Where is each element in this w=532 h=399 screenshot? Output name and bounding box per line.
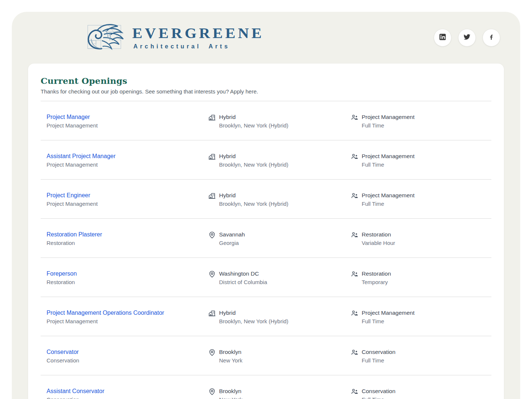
employment-type: Variable Hour: [362, 240, 395, 246]
acanthus-leaf-logo-icon: [85, 22, 126, 53]
job-team-text: Project Management Full Time: [362, 192, 415, 207]
employment-type: Full Time: [362, 161, 415, 168]
job-department-label: Restoration: [47, 279, 208, 285]
location-secondary: New York: [219, 357, 242, 364]
job-title-link[interactable]: Assistant Project Manager: [47, 153, 116, 160]
linkedin-button[interactable]: [434, 29, 451, 47]
twitter-icon: [464, 34, 470, 42]
logo-text: EVERGREENE Architectural Arts: [132, 25, 264, 50]
job-location-text: Savannah Georgia: [219, 231, 245, 246]
team-primary: Project Management: [362, 192, 415, 199]
job-title-cell: Assistant Project Manager Project Manage…: [47, 153, 208, 168]
job-location-cell: Hybrid Brooklyn, New York (Hybrid): [208, 153, 351, 168]
hybrid-icon: [208, 310, 216, 318]
job-title-link[interactable]: Project Manager: [47, 114, 90, 120]
job-team-text: Conservation Full Time: [362, 388, 395, 399]
logo-tagline: Architectural Arts: [133, 43, 264, 50]
location-primary: Savannah: [219, 231, 245, 238]
location-primary: Hybrid: [219, 153, 289, 160]
page-background: EVERGREENE Architectural Arts: [12, 12, 520, 399]
job-row: Restoration Plasterer Restoration: [41, 219, 491, 258]
location-primary: Brooklyn: [219, 388, 242, 395]
job-title-cell: Foreperson Restoration: [47, 270, 208, 285]
job-team-text: Project Management Full Time: [362, 114, 415, 129]
job-team-cell: Project Management Full Time: [351, 153, 485, 168]
page-intro: Thanks for checking out our job openings…: [41, 88, 491, 95]
job-team-cell: Restoration Variable Hour: [351, 231, 485, 246]
job-row: Project Engineer Project Management: [41, 180, 491, 219]
job-title-link[interactable]: Conservator: [47, 349, 79, 355]
job-location-cell: Washington DC District of Columbia: [208, 270, 351, 285]
users-icon: [351, 231, 358, 240]
job-location-text: Hybrid Brooklyn, New York (Hybrid): [219, 114, 289, 129]
job-title-cell: Project Manager Project Management: [47, 114, 208, 129]
employment-type: Full Time: [362, 201, 415, 207]
job-team-text: Conservation Full Time: [362, 349, 395, 364]
job-list: Project Manager Project Management: [41, 101, 491, 399]
job-title-link[interactable]: Foreperson: [47, 270, 77, 277]
job-location-text: Brooklyn New York: [219, 388, 242, 399]
job-row: Foreperson Restoration: [41, 258, 491, 297]
job-location-text: Brooklyn New York: [219, 349, 242, 364]
logo-name: EVERGREENE: [132, 25, 264, 41]
users-icon: [351, 310, 358, 318]
job-row: Conservator Conservation: [41, 336, 491, 375]
job-location-cell: Brooklyn New York: [208, 388, 351, 399]
location-primary: Hybrid: [219, 310, 289, 316]
employment-type: Full Time: [362, 122, 415, 129]
job-title-cell: Conservator Conservation: [47, 349, 208, 364]
location-pin-icon: [208, 349, 216, 358]
job-title-link[interactable]: Assistant Conservator: [47, 388, 105, 395]
job-department-label: Project Management: [47, 122, 208, 129]
location-secondary: District of Columbia: [219, 279, 267, 285]
job-row: Project Management Operations Coordinato…: [41, 297, 491, 336]
hybrid-icon: [208, 153, 216, 162]
job-team-cell: Restoration Temporary: [351, 270, 485, 285]
page-title: Current Openings: [41, 76, 491, 86]
job-title-cell: Restoration Plasterer Restoration: [47, 231, 208, 246]
job-department-label: Conservation: [47, 357, 208, 364]
team-primary: Restoration: [362, 231, 395, 238]
facebook-button[interactable]: [482, 29, 500, 47]
users-icon: [351, 114, 358, 123]
team-primary: Project Management: [362, 114, 415, 120]
location-secondary: Brooklyn, New York (Hybrid): [219, 161, 289, 168]
job-row: Assistant Project Manager Project Manage…: [41, 140, 491, 180]
job-team-cell: Conservation Full Time: [351, 349, 485, 364]
job-team-text: Project Management Full Time: [362, 153, 415, 168]
job-title-cell: Assistant Conservator Conservation: [47, 388, 208, 399]
job-title-link[interactable]: Project Engineer: [47, 192, 90, 199]
employment-type: Full Time: [362, 357, 395, 364]
site-header: EVERGREENE Architectural Arts: [12, 12, 520, 64]
location-secondary: Georgia: [219, 240, 245, 246]
location-secondary: New York: [219, 396, 242, 399]
employment-type: Full Time: [362, 396, 395, 399]
job-department-label: Project Management: [47, 201, 208, 207]
job-department-label: Project Management: [47, 318, 208, 324]
job-location-cell: Hybrid Brooklyn, New York (Hybrid): [208, 114, 351, 129]
job-team-text: Restoration Variable Hour: [362, 231, 395, 246]
location-pin-icon: [208, 231, 216, 240]
team-primary: Project Management: [362, 310, 415, 316]
employment-type: Full Time: [362, 318, 415, 324]
job-team-cell: Conservation Full Time: [351, 388, 485, 399]
job-location-text: Hybrid Brooklyn, New York (Hybrid): [219, 153, 289, 168]
job-location-cell: Brooklyn New York: [208, 349, 351, 364]
twitter-button[interactable]: [458, 29, 476, 47]
job-location-cell: Savannah Georgia: [208, 231, 351, 246]
users-icon: [351, 153, 358, 162]
job-department-label: Project Management: [47, 161, 208, 168]
job-title-cell: Project Management Operations Coordinato…: [47, 310, 208, 324]
job-title-link[interactable]: Project Management Operations Coordinato…: [47, 310, 164, 316]
location-secondary: Brooklyn, New York (Hybrid): [219, 201, 289, 207]
job-title-link[interactable]: Restoration Plasterer: [47, 231, 102, 238]
job-team-cell: Project Management Full Time: [351, 310, 485, 324]
team-primary: Restoration: [362, 270, 391, 277]
job-title-cell: Project Engineer Project Management: [47, 192, 208, 207]
location-primary: Hybrid: [219, 192, 289, 199]
location-pin-icon: [208, 270, 216, 279]
evergreene-logo[interactable]: EVERGREENE Architectural Arts: [85, 22, 264, 53]
location-pin-icon: [208, 388, 216, 397]
job-row: Project Manager Project Management: [41, 101, 491, 140]
users-icon: [351, 270, 358, 279]
